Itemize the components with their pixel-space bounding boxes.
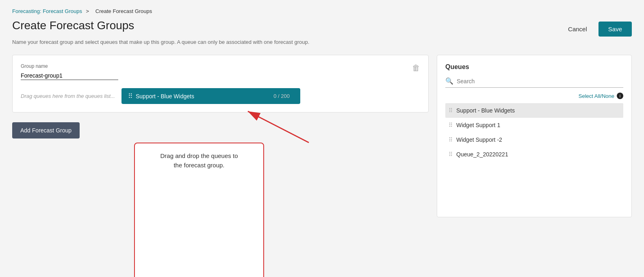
queue-item-name: Queue_2_20220221: [456, 151, 508, 158]
page-title: Create Forecast Groups: [12, 19, 134, 32]
drag-handle-icon: ⠿: [449, 136, 452, 143]
group-name-section: Group name: [21, 63, 408, 80]
search-input[interactable]: [457, 78, 623, 84]
cancel-button[interactable]: Cancel: [562, 22, 594, 36]
queue-count: 0 / 200: [273, 93, 294, 99]
add-forecast-group-button[interactable]: Add Forecast Group: [12, 122, 80, 138]
page-container: Forecasting: Forecast Groups > Create Fo…: [0, 0, 644, 277]
search-box: 🔍: [445, 77, 623, 88]
list-item[interactable]: ⠿ Widget Support 1: [445, 118, 623, 132]
drop-placeholder: Drag queues here from the queues list...: [21, 93, 115, 99]
queue-chip[interactable]: ⠿ Support - Blue Widgets 0 / 200: [121, 88, 300, 104]
list-item[interactable]: ⠿ Support - Blue Widgets: [445, 103, 623, 118]
info-icon[interactable]: i: [617, 93, 623, 99]
queue-item-name: Support - Blue Widgets: [456, 107, 515, 114]
delete-icon[interactable]: 🗑: [412, 63, 420, 73]
queue-item-name: Widget Support 1: [456, 122, 500, 128]
queue-chip-label: Support - Blue Widgets: [136, 93, 194, 100]
select-all-link[interactable]: Select All/None: [579, 93, 614, 99]
group-card: Group name 🗑 Drag queues here from the q…: [12, 55, 429, 113]
header-actions: Cancel Save: [562, 22, 632, 37]
breadcrumb-separator: >: [86, 8, 89, 14]
breadcrumb-link[interactable]: Forecasting: Forecast Groups: [12, 8, 82, 14]
tooltip-box: Drag and drop the queues tothe forecast …: [134, 143, 264, 277]
queue-item-name: Widget Support -2: [456, 136, 502, 143]
list-item[interactable]: ⠿ Queue_2_20220221: [445, 147, 623, 162]
queues-panel: Queues 🔍 Select All/None i ⠿ Support - B…: [437, 55, 632, 217]
group-card-header: Group name 🗑: [21, 63, 420, 80]
drag-handle-icon: ⠿: [449, 122, 452, 128]
breadcrumb-current: Create Forecast Groups: [95, 8, 152, 14]
group-name-label: Group name: [21, 63, 408, 69]
svg-line-1: [248, 111, 309, 143]
page-description: Name your forecast group and select queu…: [12, 39, 632, 45]
main-content: Group name 🗑 Drag queues here from the q…: [12, 55, 632, 224]
queues-panel-title: Queues: [445, 63, 623, 71]
drag-dots-icon: ⠿: [128, 92, 132, 100]
select-all-row: Select All/None i: [445, 93, 623, 99]
left-panel: Group name 🗑 Drag queues here from the q…: [12, 55, 429, 224]
tooltip-text: Drag and drop the queues tothe forecast …: [160, 152, 238, 169]
breadcrumb: Forecasting: Forecast Groups > Create Fo…: [12, 8, 632, 14]
group-name-input[interactable]: [21, 71, 118, 80]
drag-handle-icon: ⠿: [449, 151, 452, 158]
list-item[interactable]: ⠿ Widget Support -2: [445, 132, 623, 147]
queue-list: ⠿ Support - Blue Widgets ⠿ Widget Suppor…: [445, 103, 623, 162]
search-icon: 🔍: [445, 77, 453, 85]
annotation-area: Drag and drop the queues tothe forecast …: [12, 143, 429, 224]
save-button[interactable]: Save: [598, 22, 632, 37]
drag-handle-icon: ⠿: [449, 107, 452, 114]
page-header: Create Forecast Groups Cancel Save: [12, 19, 632, 37]
queue-drop-area: Drag queues here from the queues list...…: [21, 88, 420, 104]
